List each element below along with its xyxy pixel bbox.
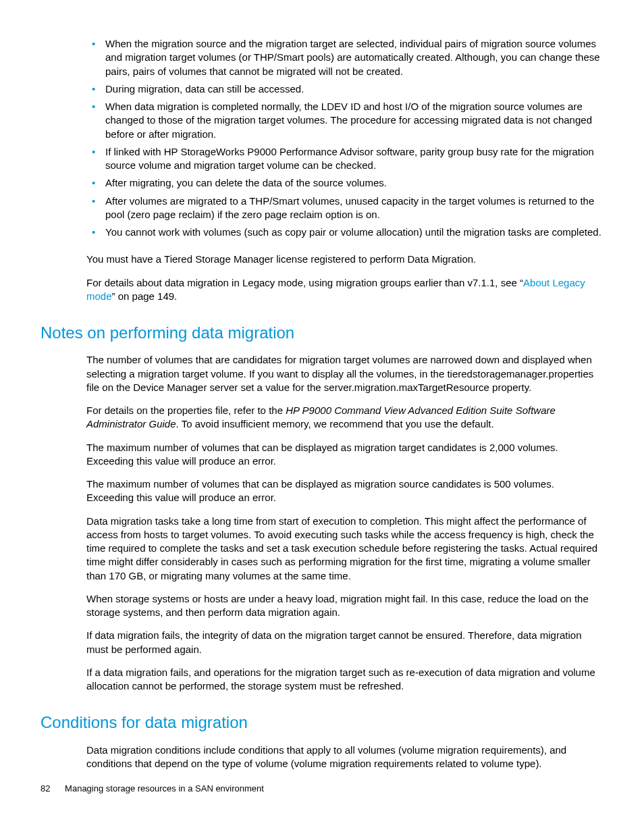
paragraph: The maximum number of volumes that can b… — [41, 441, 603, 469]
list-item: When data migration is completed normall… — [86, 100, 603, 145]
page-footer: 82 Managing storage resources in a SAN e… — [41, 783, 264, 795]
page-number: 82 — [41, 783, 50, 793]
text: For details on the properties file, refe… — [86, 405, 286, 416]
paragraph: When storage systems or hosts are under … — [41, 592, 603, 620]
list-item: You cannot work with volumes (such as co… — [86, 226, 603, 243]
list-item: During migration, data can still be acce… — [86, 82, 603, 100]
heading-notes-on-performing: Notes on performing data migration — [41, 322, 603, 344]
paragraph: The number of volumes that are candidate… — [41, 353, 603, 394]
bullet-list-top: When the migration source and the migrat… — [41, 37, 603, 243]
list-item: After migrating, you can delete the data… — [86, 176, 603, 194]
paragraph-license: You must have a Tiered Storage Manager l… — [41, 253, 603, 266]
paragraph: The maximum number of volumes that can b… — [41, 477, 603, 505]
paragraph: If data migration fails, the integrity o… — [41, 629, 603, 656]
text: For details about data migration in Lega… — [86, 277, 523, 288]
list-item: When the migration source and the migrat… — [86, 37, 603, 82]
text: . To avoid insufficient memory, we recom… — [176, 418, 494, 429]
list-item: If linked with HP StorageWorks P9000 Per… — [86, 145, 603, 177]
text: ” on page 149. — [112, 290, 178, 302]
heading-conditions: Conditions for data migration — [41, 712, 603, 733]
footer-chapter-title: Managing storage resources in a SAN envi… — [65, 783, 264, 793]
paragraph: If a data migration fails, and operation… — [41, 666, 603, 694]
paragraph: Data migration conditions include condit… — [41, 744, 603, 771]
paragraph-legacy-ref: For details about data migration in Lega… — [41, 276, 603, 304]
paragraph: For details on the properties file, refe… — [41, 404, 603, 432]
paragraph: Data migration tasks take a long time fr… — [41, 515, 603, 583]
list-item: After volumes are migrated to a THP/Smar… — [86, 194, 603, 226]
